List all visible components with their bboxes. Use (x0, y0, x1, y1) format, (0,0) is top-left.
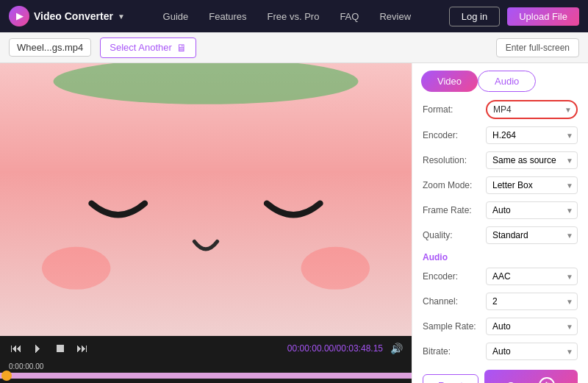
character-svg (0, 63, 412, 336)
logo-dropdown-icon: ▼ (118, 12, 125, 21)
video-frame (0, 63, 412, 336)
samplerate-select-wrapper: Auto 44100 48000 ▼ (486, 318, 578, 335)
save-label: Save (507, 379, 533, 384)
audio-encoder-row: Encoder: AAC MP3 AC3 ▼ (412, 264, 588, 289)
logo-icon: ▶ (9, 6, 29, 26)
progress-bar[interactable] (0, 373, 412, 379)
channel-label: Channel: (423, 296, 481, 307)
header-actions: Log in Upload File (449, 7, 579, 26)
format-row: Format: MP4 MOV AVI MKV ▼ (412, 96, 588, 123)
samplerate-label: Sample Rate: (423, 321, 481, 332)
rewind-button[interactable]: ⏮ (9, 340, 24, 357)
channel-select-wrapper: 2 1 6 ▼ (486, 293, 578, 310)
zoom-label: Zoom Mode: (423, 180, 481, 190)
bitrate-row: Bitrate: Auto 128k 192k 320k ▼ (412, 339, 588, 364)
progress-thumb[interactable] (1, 371, 12, 381)
svg-point-2 (301, 247, 370, 290)
channel-row: Channel: 2 1 6 ▼ (412, 289, 588, 314)
nav-free-vs-pro[interactable]: Free vs. Pro (268, 11, 320, 22)
upload-file-button[interactable]: Upload File (507, 7, 579, 26)
samplerate-select[interactable]: Auto 44100 48000 (486, 318, 578, 335)
clock-icon: ⏱ (539, 377, 555, 383)
zoom-select-wrapper: Letter Box Pan & Scan Full ▼ (486, 176, 578, 194)
format-select-wrapper: MP4 MOV AVI MKV ▼ (486, 100, 578, 119)
framerate-row: Frame Rate: Auto 24 30 60 ▼ (412, 198, 588, 223)
tab-audio[interactable]: Audio (478, 71, 536, 92)
stop-button[interactable]: ⏹ (53, 340, 68, 357)
reset-button[interactable]: Reset (423, 374, 478, 384)
bitrate-select-wrapper: Auto 128k 192k 320k ▼ (486, 343, 578, 360)
time-display: 00:00:00.00/00:03:48.15 (287, 343, 383, 354)
encoder-row: Encoder: H.264 H.265 ▼ (412, 123, 588, 148)
logo-text: Video Converter (34, 10, 113, 22)
main-area: ⏮ ⏵ ⏹ ⏭ 00:00:00.00/00:03:48.15 🔊 0:00:0… (0, 63, 588, 383)
tab-video[interactable]: Video (421, 71, 478, 92)
logo[interactable]: ▶ Video Converter ▼ (9, 6, 125, 26)
settings-panel: Video Audio Format: MP4 MOV AVI MKV ▼ En… (412, 63, 588, 383)
total-time: 00:03:48.15 (337, 343, 383, 354)
quality-label: Quality: (423, 230, 481, 240)
nav-review[interactable]: Review (379, 11, 411, 22)
samplerate-row: Sample Rate: Auto 44100 48000 ▼ (412, 314, 588, 339)
encoder-select[interactable]: H.264 H.265 (486, 126, 578, 144)
zoom-row: Zoom Mode: Letter Box Pan & Scan Full ▼ (412, 173, 588, 198)
audio-encoder-label: Encoder: (423, 271, 481, 282)
bitrate-select[interactable]: Auto 128k 192k 320k (486, 343, 578, 360)
nav-faq[interactable]: FAQ (340, 11, 359, 22)
quality-select-wrapper: Standard High Low ▼ (486, 226, 578, 244)
svg-point-0 (54, 63, 359, 104)
login-button[interactable]: Log in (449, 7, 500, 26)
resolution-label: Resolution: (423, 155, 481, 165)
resolution-select[interactable]: Same as source 1080p 720p (486, 151, 578, 169)
video-panel: ⏮ ⏵ ⏹ ⏭ 00:00:00.00/00:03:48.15 🔊 0:00:0… (0, 63, 412, 383)
play-button[interactable]: ⏵ (31, 340, 46, 357)
framerate-label: Frame Rate: (423, 205, 481, 215)
volume-icon[interactable]: 🔊 (390, 343, 403, 354)
encoder-select-wrapper: H.264 H.265 ▼ (486, 126, 578, 144)
resolution-select-wrapper: Same as source 1080p 720p ▼ (486, 151, 578, 169)
channel-select[interactable]: 2 1 6 (486, 293, 578, 310)
forward-button[interactable]: ⏭ (75, 340, 90, 357)
audio-encoder-select[interactable]: AAC MP3 AC3 (486, 268, 578, 285)
quality-row: Quality: Standard High Low ▼ (412, 223, 588, 248)
format-label: Format: (423, 104, 481, 115)
bottom-buttons: Reset Save ⏱ (412, 364, 588, 383)
current-time: 00:00:00.00 (287, 343, 334, 354)
start-time-label: 0:00:00.00 (0, 362, 412, 371)
zoom-select[interactable]: Letter Box Pan & Scan Full (486, 176, 578, 194)
file-name-label: Wheel...gs.mp4 (9, 38, 91, 57)
video-preview (0, 63, 412, 336)
toolbar: Wheel...gs.mp4 Select Another 🖥 Enter fu… (0, 32, 588, 63)
bitrate-label: Bitrate: (423, 346, 481, 357)
main-nav: Guide Features Free vs. Pro FAQ Review (143, 11, 431, 22)
format-select[interactable]: MP4 MOV AVI MKV (486, 100, 578, 119)
monitor-icon: 🖥 (176, 42, 187, 54)
fullscreen-button[interactable]: Enter full-screen (496, 38, 579, 57)
nav-features[interactable]: Features (209, 11, 246, 22)
progress-area: 0:00:00.00 (0, 361, 412, 383)
audio-section-title: Audio (412, 248, 588, 264)
quality-select[interactable]: Standard High Low (486, 226, 578, 244)
svg-point-1 (42, 247, 110, 290)
settings-tabs: Video Audio (412, 63, 588, 96)
header: ▶ Video Converter ▼ Guide Features Free … (0, 0, 588, 32)
select-another-button[interactable]: Select Another 🖥 (100, 37, 196, 58)
video-controls: ⏮ ⏵ ⏹ ⏭ 00:00:00.00/00:03:48.15 🔊 (0, 336, 412, 361)
audio-encoder-select-wrapper: AAC MP3 AC3 ▼ (486, 268, 578, 285)
framerate-select-wrapper: Auto 24 30 60 ▼ (486, 201, 578, 219)
video-container (0, 63, 412, 336)
select-another-label: Select Another (110, 42, 172, 53)
framerate-select[interactable]: Auto 24 30 60 (486, 201, 578, 219)
resolution-row: Resolution: Same as source 1080p 720p ▼ (412, 148, 588, 173)
encoder-label: Encoder: (423, 130, 481, 140)
save-button[interactable]: Save ⏱ (484, 370, 578, 383)
nav-guide[interactable]: Guide (163, 11, 189, 22)
